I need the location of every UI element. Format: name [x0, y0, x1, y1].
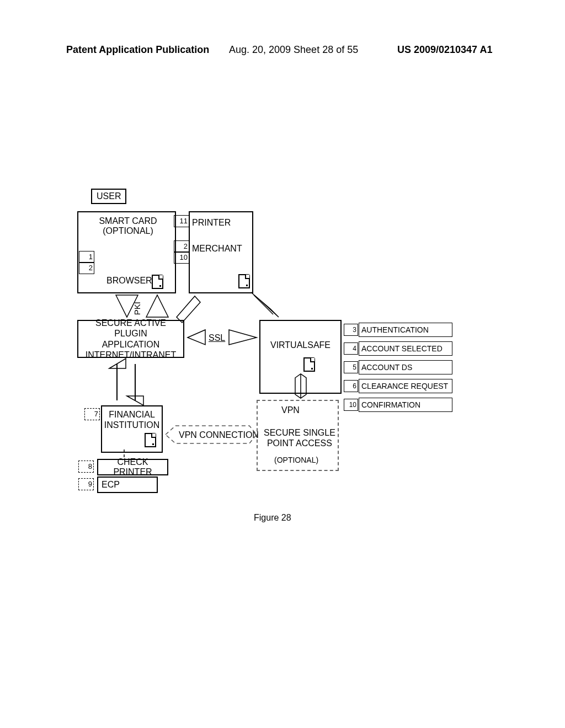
- connector-arrows: [0, 0, 565, 728]
- svg-marker-1: [146, 295, 168, 317]
- svg-marker-5: [229, 330, 257, 345]
- svg-marker-13: [166, 426, 257, 443]
- svg-marker-0: [116, 295, 138, 317]
- svg-marker-4: [188, 330, 205, 345]
- svg-marker-2: [177, 296, 200, 323]
